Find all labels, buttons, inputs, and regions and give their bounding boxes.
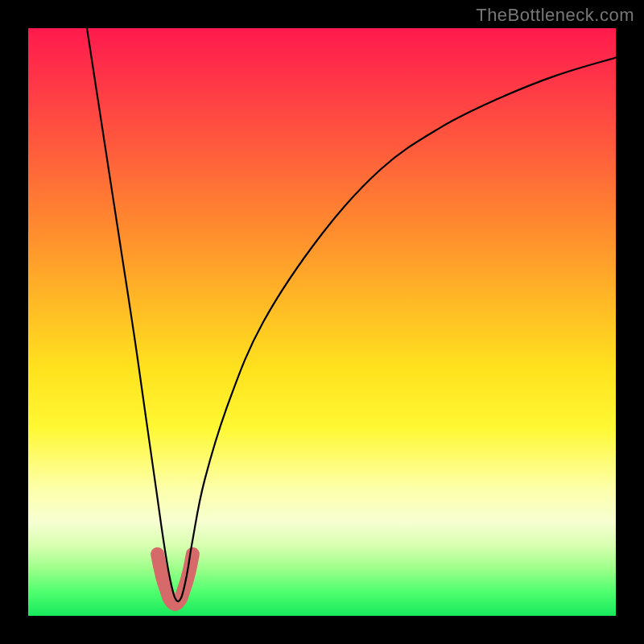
curve-layer bbox=[28, 28, 616, 616]
watermark-text: TheBottleneck.com bbox=[476, 5, 634, 26]
chart-frame: TheBottleneck.com bbox=[0, 0, 644, 644]
plot-area bbox=[28, 28, 616, 616]
black-curve-path bbox=[87, 28, 616, 601]
